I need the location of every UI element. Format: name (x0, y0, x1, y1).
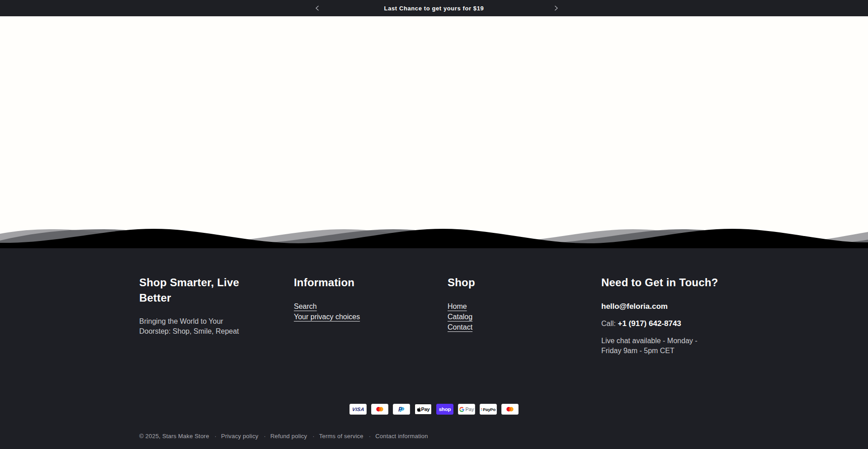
footer-brand-column: Shop Smarter, Live Better Bringing the W… (139, 275, 294, 336)
legal-link-contact-information[interactable]: Contact information (363, 433, 428, 440)
footer-link-home[interactable]: Home (448, 302, 467, 310)
google-pay-text: Pay (466, 406, 474, 412)
google-pay-payment-icon: Pay (458, 404, 475, 415)
shop-pay-payment-icon: shop (436, 404, 453, 415)
list-item: Home (448, 301, 601, 312)
footer-link-catalog[interactable]: Catalog (448, 313, 472, 321)
payment-methods-row: VISA P P Pay shop (0, 404, 868, 415)
legal-link-privacy-policy[interactable]: Privacy policy (209, 433, 259, 440)
list-item: Your privacy choices (294, 312, 448, 322)
wave-graphic (0, 227, 868, 248)
shop-heading: Shop (448, 275, 601, 290)
contact-email-link[interactable]: hello@feloria.com (601, 302, 668, 311)
shop-pay-wordmark: shop (439, 406, 451, 412)
footer-shop-column: Shop Home Catalog Contact (448, 275, 601, 332)
footer-link-search[interactable]: Search (294, 302, 317, 310)
legal-row: © 2025, Stars Make Store Privacy policy … (139, 433, 868, 440)
visa-wordmark: VISA (352, 406, 364, 412)
footer-contact-column: Need to Get in Touch? hello@feloria.com … (601, 275, 737, 356)
footer-information-column: Information Search Your privacy choices (294, 275, 448, 322)
paypo-payment-icon: PayPo (480, 404, 497, 415)
wave-divider (0, 227, 868, 248)
footer-columns: Shop Smarter, Live Better Bringing the W… (139, 275, 760, 356)
legal-links: Privacy policy Refund policy Terms of se… (209, 433, 428, 440)
contact-heading: Need to Get in Touch? (601, 275, 737, 290)
apple-icon (417, 407, 421, 412)
apple-pay-payment-icon: Pay (415, 404, 432, 415)
announcement-prev-button[interactable] (310, 0, 324, 16)
contact-availability: Live chat available - Monday - Friday 9a… (601, 336, 709, 356)
information-heading: Information (294, 275, 448, 290)
announcement-text: Last Chance to get yours for $19 (384, 5, 484, 12)
visa-payment-icon: VISA (349, 404, 367, 415)
list-item: Search (294, 301, 448, 312)
mastercard-payment-icon-2 (501, 404, 519, 415)
mastercard-payment-icon (371, 404, 388, 415)
paypal-payment-icon: P P (393, 404, 410, 415)
call-prefix: Call: (601, 320, 618, 327)
paypo-wordmark: PayPo (483, 407, 495, 412)
contact-email-row: hello@feloria.com (601, 301, 737, 312)
chevron-left-icon (315, 5, 319, 11)
footer-link-privacy-choices[interactable]: Your privacy choices (294, 313, 360, 321)
brand-heading: Shop Smarter, Live Better (139, 275, 252, 306)
google-g-icon (459, 407, 464, 412)
copyright-text: © 2025, Stars Make Store (139, 433, 209, 440)
announcement-bar: Last Chance to get yours for $19 (0, 0, 868, 16)
paypo-dots-icon (481, 408, 482, 411)
legal-link-refund-policy[interactable]: Refund policy (258, 433, 307, 440)
list-item: Contact (448, 322, 601, 332)
main-content-empty (0, 16, 868, 227)
brand-tagline: Bringing the World to Your Doorstep: Sho… (139, 317, 244, 336)
paypal-p-mark: P P (398, 406, 405, 413)
contact-phone-link[interactable]: +1 (917) 642-8743 (618, 319, 681, 328)
footer-link-contact[interactable]: Contact (448, 323, 472, 331)
chevron-right-icon (554, 5, 558, 11)
site-footer: Shop Smarter, Live Better Bringing the W… (0, 248, 868, 449)
list-item: Catalog (448, 312, 601, 322)
contact-call-row: Call: +1 (917) 642-8743 (601, 318, 737, 329)
legal-link-terms-of-service[interactable]: Terms of service (307, 433, 363, 440)
apple-pay-text: Pay (421, 406, 430, 412)
announcement-next-button[interactable] (549, 0, 563, 16)
